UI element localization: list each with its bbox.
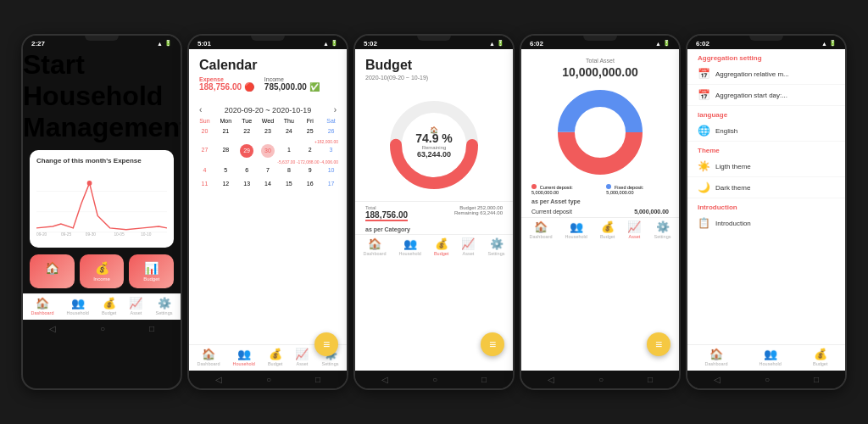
cal-cell[interactable]: 14 — [258, 178, 279, 190]
settings-item-dark-theme[interactable]: 🌙 Dark theme — [687, 177, 845, 198]
cal-cell[interactable]: 16 — [299, 178, 320, 190]
nav-dashboard[interactable]: 🏠 Dashboard — [31, 297, 54, 315]
cal-cell[interactable]: 3 — [320, 144, 342, 158]
recents-button[interactable]: □ — [149, 324, 154, 333]
settings-item-light-theme[interactable]: ☀️ Ligth theme — [687, 156, 845, 177]
cal-cell[interactable]: 23 — [258, 126, 279, 137]
nav-household-5[interactable]: 👥 Household — [760, 348, 782, 366]
fab-button-2[interactable]: ≡ — [314, 332, 338, 356]
nav-asset-label-4: Asset — [629, 234, 641, 239]
nav-dashboard-2[interactable]: 🏠 Dashboard — [198, 348, 220, 366]
cal-cell[interactable]: 20 — [194, 126, 215, 137]
cal-cell[interactable]: 24 — [278, 126, 299, 137]
fab-button-3[interactable]: ≡ — [481, 332, 504, 356]
cal-cell[interactable]: 9 — [299, 165, 320, 176]
nav-settings-label: Settings — [156, 310, 173, 315]
nav-budget-5[interactable]: 💰 Budget — [813, 348, 827, 366]
back-button[interactable]: ◁ — [49, 324, 56, 333]
cal-cell[interactable]: 22 — [236, 126, 258, 137]
tile-income[interactable]: 💰 Income — [80, 254, 125, 288]
cal-days-header: Sun Mon Tue Wed Thu Fri Sat — [194, 118, 342, 124]
time-4: 6:02 — [530, 40, 543, 47]
nav-settings[interactable]: ⚙️ Settings — [156, 297, 173, 315]
cal-cell-today2[interactable]: 30 — [261, 144, 275, 158]
fixed-deposit-legend: Fixed deposit: 5,000,000.00 — [606, 185, 643, 195]
recents-button-4[interactable]: □ — [648, 375, 653, 384]
nav-settings-3[interactable]: ⚙️ Settings — [488, 237, 505, 256]
nav-asset-3[interactable]: 📈 Asset — [461, 237, 475, 256]
dashboard-icon: 🏠 — [36, 297, 49, 310]
cal-cell[interactable]: 7 — [258, 165, 279, 176]
cal-prev-button[interactable]: ‹ — [199, 105, 202, 114]
nav-budget[interactable]: 💰 Budget — [102, 297, 116, 315]
nav-dashboard-3[interactable]: 🏠 Dashboard — [364, 237, 387, 256]
home-button-2[interactable]: ○ — [266, 375, 271, 384]
globe-icon: 🌐 — [698, 125, 710, 137]
nav-household-2[interactable]: 👥 Household — [233, 348, 255, 366]
nav-settings-label-3: Settings — [488, 251, 505, 256]
signal-icon: ▲ — [157, 41, 163, 47]
nav-household-label-3: Household — [399, 251, 421, 256]
settings-item-aggregation-relative[interactable]: 📅 Aggregation relative m... — [687, 64, 845, 85]
cal-cell[interactable]: 5 — [215, 165, 236, 176]
settings-item-language[interactable]: 🌐 English — [687, 120, 845, 142]
home-button-4[interactable]: ○ — [598, 375, 604, 384]
cal-cell[interactable]: 12 — [215, 178, 236, 190]
recents-button-5[interactable]: □ — [814, 375, 819, 384]
nav-household[interactable]: 👥 Household — [67, 297, 89, 315]
nav-asset[interactable]: 📈 Asset — [129, 297, 142, 315]
cal-cell[interactable]: 4 — [194, 165, 215, 176]
nav-dashboard-label-4: Dashboard — [530, 234, 553, 239]
cal-cell[interactable]: 8 — [278, 165, 299, 176]
cal-cell[interactable]: 26 — [320, 126, 342, 137]
nav-budget-3[interactable]: 💰 Budget — [434, 237, 448, 256]
nav-asset-4[interactable]: 📈 Asset — [627, 220, 641, 239]
cal-cell[interactable]: 6 — [236, 165, 258, 176]
back-button-5[interactable]: ◁ — [714, 375, 721, 384]
nav-asset-2[interactable]: 📈 Asset — [295, 348, 309, 366]
nav-dashboard-5[interactable]: 🏠 Dashboard — [705, 348, 728, 366]
nav-budget-4[interactable]: 💰 Budget — [600, 220, 615, 239]
settings-item-introduction[interactable]: 📋 Introduction — [687, 213, 845, 233]
cal-cell[interactable]: 1 — [278, 144, 299, 158]
nav-household-3[interactable]: 👥 Household — [399, 237, 421, 256]
income-section: Income 785,000.00 ✅ — [264, 76, 320, 92]
home-button-5[interactable]: ○ — [765, 375, 770, 384]
cal-cell[interactable]: 10 — [320, 165, 342, 176]
nav-household-4[interactable]: 👥 Household — [565, 220, 587, 239]
back-button-3[interactable]: ◁ — [381, 375, 388, 384]
nav-settings-4[interactable]: ⚙️ Settings — [654, 220, 671, 239]
cal-next-button[interactable]: › — [334, 105, 337, 114]
cal-week-1: 20 21 22 23 24 25 26 — [194, 126, 342, 137]
tile-home[interactable]: 🏠 — [30, 254, 75, 288]
fab-button-4[interactable]: ≡ — [647, 332, 670, 356]
cal-cell[interactable]: 17 — [320, 178, 342, 190]
calendar-grid: Sun Mon Tue Wed Thu Fri Sat 20 21 22 23 … — [189, 118, 347, 344]
dashboard-icon-3: 🏠 — [368, 237, 381, 250]
cal-cell[interactable]: 28 — [215, 144, 236, 158]
cal-cell[interactable]: 13 — [236, 178, 258, 190]
nav-dashboard-4[interactable]: 🏠 Dashboard — [530, 220, 553, 239]
cal-cell[interactable]: 11 — [194, 178, 215, 190]
nav-dashboard-label-2: Dashboard — [198, 361, 220, 366]
nav-dashboard-label-5: Dashboard — [705, 361, 728, 366]
quick-tiles: 🏠 💰 Income 📊 Budget — [30, 254, 174, 288]
cal-cell[interactable]: 27 — [194, 144, 215, 158]
back-button-4[interactable]: ◁ — [548, 375, 554, 384]
cal-cell[interactable]: 21 — [215, 126, 236, 137]
home-button[interactable]: ○ — [100, 324, 105, 333]
status-icons-1: ▲ 🔋 — [157, 40, 172, 47]
settings-item-aggregation-start[interactable]: 📅 Aggregation start day:... — [687, 85, 845, 106]
back-button-2[interactable]: ◁ — [215, 375, 222, 384]
recents-button-2[interactable]: □ — [315, 375, 320, 384]
home-button-3[interactable]: ○ — [432, 375, 437, 384]
home-bar-1: ◁ ○ □ — [23, 320, 181, 338]
recents-button-3[interactable]: □ — [481, 375, 487, 384]
cal-cell[interactable]: 25 — [299, 126, 320, 137]
dashboard-icon-4: 🏠 — [534, 220, 548, 233]
nav-budget-2[interactable]: 💰 Budget — [268, 348, 282, 366]
cal-cell[interactable]: 2 — [299, 144, 320, 158]
cal-cell-today[interactable]: 29 — [240, 144, 253, 158]
cal-cell[interactable]: 15 — [278, 178, 299, 190]
tile-budget[interactable]: 📊 Budget — [129, 254, 174, 288]
